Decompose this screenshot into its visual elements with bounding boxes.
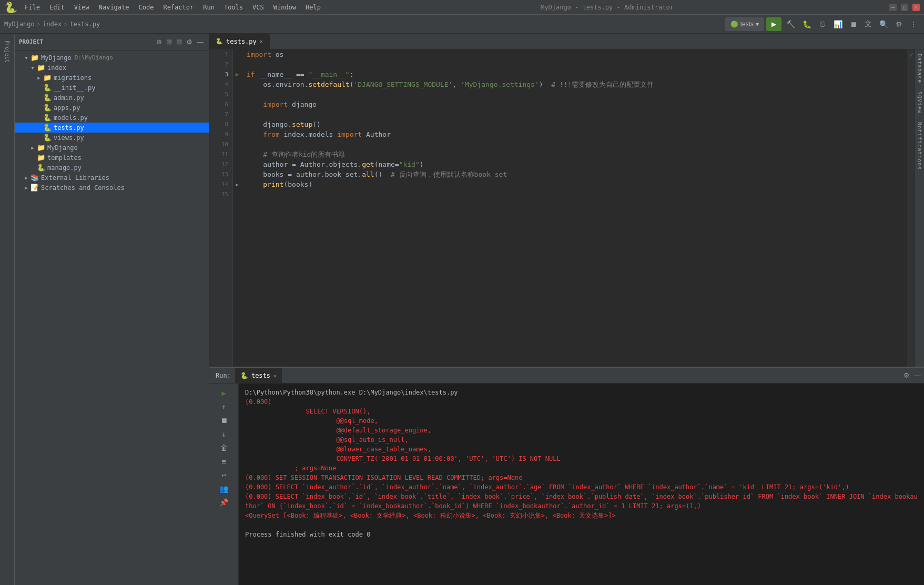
tree-label: migrations xyxy=(54,74,92,82)
tree-item-mydjango-inner[interactable]: ▶ 📁 MyDjango xyxy=(15,143,209,153)
ln-15: 15 xyxy=(214,189,228,199)
menu-refactor[interactable]: Refactor xyxy=(159,2,198,13)
tree-item-manage[interactable]: 🐍 manage.py xyxy=(15,163,209,173)
django-icon: 🐍 xyxy=(43,94,52,102)
ln-11: 11 xyxy=(214,149,228,159)
translate-button[interactable]: 文 xyxy=(862,18,875,31)
menu-file[interactable]: File xyxy=(21,2,44,13)
menu-window[interactable]: Window xyxy=(269,2,300,13)
tree-label: External Libraries xyxy=(41,174,109,181)
project-tab[interactable]: Project xyxy=(2,36,13,67)
breadcrumb-sep1: > xyxy=(37,21,40,28)
tree-label: templates xyxy=(47,154,82,162)
run-scroll-up-button[interactable]: ↑ xyxy=(218,400,230,413)
menu-vcs[interactable]: VCS xyxy=(248,2,268,13)
tree-item-tests[interactable]: 🐍 tests.py xyxy=(15,123,209,133)
expand-icon: ▼ xyxy=(23,55,29,61)
menu-help[interactable]: Help xyxy=(301,2,325,13)
run-group-button[interactable]: 👥 xyxy=(218,482,230,495)
run-format-button[interactable]: ≡ xyxy=(218,455,230,468)
breadcrumb: MyDjango > index > tests.py xyxy=(4,21,100,28)
run-config-button[interactable]: 🟢 tests ▾ xyxy=(725,17,764,31)
tree-item-views[interactable]: 🐍 views.py xyxy=(15,133,209,143)
sidebar-expand-button[interactable]: ⊞ xyxy=(165,37,173,47)
tree-item-migrations[interactable]: ▶ 📁 migrations xyxy=(15,73,209,83)
code-editor[interactable]: 1 2 3 4 5 6 7 8 9 10 11 12 13 14 15 xyxy=(209,49,915,367)
editor-tab-tests[interactable]: 🐍 tests.py ✕ xyxy=(209,34,270,49)
menu-tools[interactable]: Tools xyxy=(220,2,247,13)
database-panel-label[interactable]: Database xyxy=(915,49,924,87)
tree-label: MyDjango xyxy=(41,54,72,62)
sidebar: Project ⊕ ⊞ ⊟ ⚙ — ▼ 📁 MyDjango D:\MyDjan… xyxy=(15,34,209,585)
output-line-8: ; args=None xyxy=(245,463,918,473)
tree-item-external[interactable]: ▶ 📚 External Libraries xyxy=(15,173,209,183)
run-play-button[interactable]: ▶ xyxy=(218,387,230,399)
stop-button[interactable]: ⏹ xyxy=(847,18,860,30)
tree-item-apps[interactable]: 🐍 apps.py xyxy=(15,103,209,113)
run-scroll-down-button[interactable]: ↓ xyxy=(218,428,230,440)
breadcrumb-project[interactable]: MyDjango xyxy=(4,21,35,28)
tab-close-button[interactable]: ✕ xyxy=(260,38,263,44)
code-line-2 xyxy=(247,59,902,69)
menu-code[interactable]: Code xyxy=(135,2,158,13)
sidebar-settings-button[interactable]: ⚙ xyxy=(185,37,194,47)
left-gutter: Project xyxy=(0,34,15,585)
menu-navigate[interactable]: Navigate xyxy=(95,2,134,13)
run-toolbar: ▶ ↑ ⏹ ↓ 🗑 ≡ ↩ 👥 📌 xyxy=(209,384,239,585)
ln-14: 14 xyxy=(214,179,228,189)
settings-button[interactable]: ⚙ xyxy=(893,18,905,30)
run-minimize-button[interactable]: — xyxy=(913,370,922,380)
spacer xyxy=(29,155,36,161)
run-clear-button[interactable]: 🗑 xyxy=(218,441,230,454)
ln-3: 3 xyxy=(214,69,228,79)
tab-label: tests.py xyxy=(226,38,257,45)
debug-button[interactable]: 🐛 xyxy=(800,18,814,30)
sqview-panel-label[interactable]: SQView xyxy=(915,87,924,118)
ln-9: 9 xyxy=(214,129,228,139)
tree-item-init[interactable]: 🐍 __init__.py xyxy=(15,83,209,93)
run-wrap-button[interactable]: ↩ xyxy=(218,469,230,481)
sidebar-collapse-button[interactable]: ⊟ xyxy=(175,37,183,47)
build-button[interactable]: 🔨 xyxy=(784,18,798,30)
code-content[interactable]: import os if __name__ == "__main__": os.… xyxy=(241,49,907,367)
run-settings-button[interactable]: ⚙ xyxy=(902,370,911,380)
tree-item-index[interactable]: ▼ 📁 index xyxy=(15,63,209,73)
run-arrow-icon[interactable]: ▶ xyxy=(236,71,239,78)
menu-run[interactable]: Run xyxy=(199,2,219,13)
tree-item-admin[interactable]: 🐍 admin.py xyxy=(15,93,209,103)
code-line-1: import os xyxy=(247,49,902,59)
maximize-button[interactable]: □ xyxy=(901,4,908,11)
tree-item-scratches[interactable]: ▶ 📝 Scratches and Consoles xyxy=(15,183,209,193)
minimize-button[interactable]: — xyxy=(889,4,897,11)
run-config-icon: 🟢 xyxy=(730,21,738,28)
menubar: 🐍 File Edit View Navigate Code Refactor … xyxy=(0,0,924,15)
menu-edit[interactable]: Edit xyxy=(45,2,69,13)
breadcrumb-sep2: > xyxy=(64,21,67,28)
scratches-icon: 📝 xyxy=(31,184,39,191)
tree-item-templates[interactable]: 📁 templates xyxy=(15,153,209,163)
profile-button[interactable]: 📊 xyxy=(831,18,845,30)
breadcrumb-index[interactable]: index xyxy=(43,21,62,28)
run-tab-close[interactable]: ✕ xyxy=(273,373,277,379)
expand-icon: ▶ xyxy=(36,75,42,81)
notifications-panel-label[interactable]: Notifications xyxy=(915,118,924,174)
expand-icon: ▶ xyxy=(29,145,36,151)
run-button[interactable]: ▶ xyxy=(766,17,781,31)
more-button[interactable]: ⋮ xyxy=(907,18,920,30)
ln-2: 2 xyxy=(214,59,228,69)
output-line-10: (0.000) SELECT `index_author`.`id`, `ind… xyxy=(245,482,918,492)
sidebar-locate-button[interactable]: ⊕ xyxy=(155,37,163,47)
run-label: Run: xyxy=(211,372,235,379)
tree-item-models[interactable]: 🐍 models.py xyxy=(15,113,209,123)
menu-view[interactable]: View xyxy=(70,2,94,13)
run-pin-button[interactable]: 📌 xyxy=(218,496,230,509)
search-button[interactable]: 🔍 xyxy=(877,18,891,30)
sidebar-hide-button[interactable]: — xyxy=(196,37,205,47)
run-tab[interactable]: 🐍 tests ✕ xyxy=(235,368,282,383)
output-exit: Process finished with exit code 0 xyxy=(245,530,918,539)
breadcrumb-file[interactable]: tests.py xyxy=(69,21,100,28)
close-button[interactable]: ✕ xyxy=(912,4,920,11)
coverage-button[interactable]: ⏲ xyxy=(816,18,829,30)
tree-item-mydjango[interactable]: ▼ 📁 MyDjango D:\MyDjango xyxy=(15,53,209,63)
run-stop-button[interactable]: ⏹ xyxy=(218,414,230,427)
